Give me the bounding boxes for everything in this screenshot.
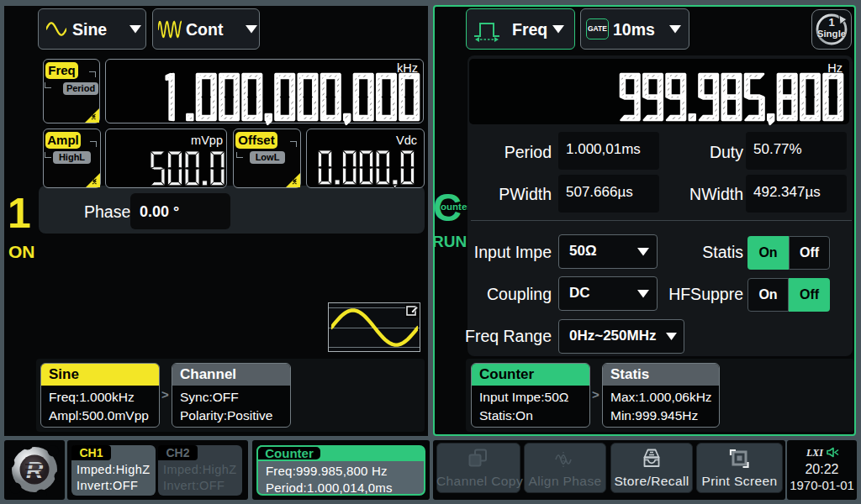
svg-text:1: 1 — [828, 16, 834, 29]
svg-text:Single: Single — [817, 29, 847, 39]
